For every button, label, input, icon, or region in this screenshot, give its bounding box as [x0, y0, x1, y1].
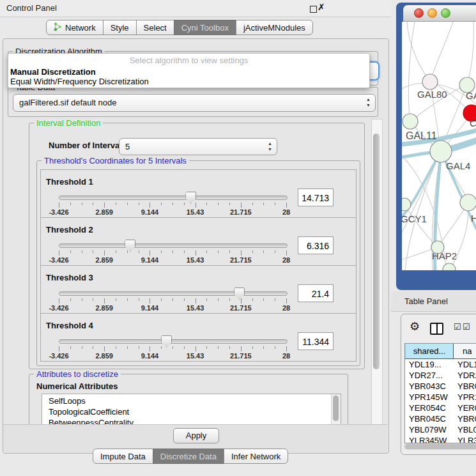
slider-scale-label: 9.144	[141, 256, 159, 264]
slider-scale-label: -3.426	[49, 208, 68, 216]
slider-scale: -3.4262.8599.14415.4321.71528	[59, 256, 286, 264]
threshold-value-field[interactable]: 11.344	[298, 332, 334, 350]
cell-shared-name: YER054C	[405, 403, 454, 413]
network-canvas[interactable]: GAL80 GA C GAL11 GAL4 GCY1 H HAP2	[402, 22, 476, 270]
bottom-tab-infer-network[interactable]: Infer Network	[224, 449, 288, 464]
checkbox-icon[interactable]: ☑	[454, 322, 461, 332]
slider-scale-label: 21.715	[230, 256, 252, 264]
bottom-tab-discretize-data[interactable]: Discretize Data	[153, 449, 224, 464]
minimize-traffic-light[interactable]	[427, 8, 437, 18]
slider-scale-label: 2.859	[95, 208, 113, 216]
top-tab-cyni-toolbox[interactable]: Cyni Toolbox	[174, 20, 236, 35]
cell-name: YBL0	[454, 424, 476, 435]
node-partial-h[interactable]	[460, 194, 476, 211]
slider-scale: -3.4262.8599.14415.4321.71528	[59, 304, 286, 312]
slider-scale: -3.4262.8599.14415.4321.71528	[59, 352, 286, 360]
table-horizontal-scrollbar[interactable]	[404, 443, 476, 450]
tab-label: Select	[144, 23, 167, 33]
tab-label: Network	[65, 23, 96, 33]
slider-track[interactable]	[59, 291, 288, 296]
table-row[interactable]: YBL079WYBL0	[405, 424, 476, 435]
apply-button[interactable]: Apply	[173, 428, 219, 443]
settings-vertical-scrollbar[interactable]	[371, 119, 383, 426]
number-of-intervals-spinner[interactable]: 5 ▲▼	[119, 138, 277, 155]
attributes-to-discretize-group: Attributes to discretize Numerical Attri…	[29, 374, 348, 424]
node-gcy1[interactable]	[402, 198, 411, 211]
node-partial-bottom[interactable]	[443, 263, 456, 270]
table-row[interactable]: YDR27...YDR2	[405, 370, 476, 381]
threshold-value-field[interactable]: 21.4	[298, 284, 334, 302]
column-header-name[interactable]: na	[454, 344, 476, 358]
table-row[interactable]: YBR043CYBR0	[405, 381, 476, 392]
table-row[interactable]: YLR345WYLR3	[405, 435, 476, 443]
dropdown-option-equal-width-frequency[interactable]: Equal Width/Frequency Discretization	[10, 77, 364, 86]
gear-icon[interactable]: ⚙	[410, 319, 420, 334]
float-window-icon[interactable]	[310, 6, 317, 13]
cell-name: YDL1	[454, 359, 476, 370]
cell-shared-name: YDL19...	[405, 359, 454, 370]
cell-shared-name: YDR27...	[405, 370, 454, 381]
spinner-arrows-icon: ▲▼	[268, 141, 272, 152]
cell-shared-name: YBR043C	[405, 381, 454, 392]
control-panel-titlebar: Control Panel ✗	[0, 0, 391, 17]
slider-track[interactable]	[59, 339, 288, 344]
cell-shared-name: YBL079W	[405, 424, 454, 435]
threshold-value-field[interactable]: 14.713	[298, 188, 334, 206]
node-gal11[interactable]	[403, 114, 418, 129]
slider-scale-label: 2.859	[95, 352, 113, 360]
top-tab-jactivemnodules[interactable]: jActiveMNodules	[236, 20, 313, 35]
threshold-panel: Threshold 2-3.4262.8599.14415.4321.71528…	[40, 217, 357, 266]
table-row[interactable]: YBR045CYBR0	[405, 413, 476, 424]
slider-ticks	[59, 250, 286, 256]
checkbox-icon[interactable]: ☑	[463, 322, 470, 332]
table-panel-titlebar: Table Panel	[391, 291, 476, 312]
top-tab-style[interactable]: Style	[103, 20, 137, 35]
group-title: Attributes to discretize	[34, 369, 121, 379]
slider-scale-label: 21.715	[230, 208, 252, 216]
slider-scale: -3.4262.8599.14415.4321.71528	[59, 208, 286, 216]
zoom-traffic-light[interactable]	[441, 8, 450, 18]
close-traffic-light[interactable]	[414, 8, 424, 18]
column-header-shared-name[interactable]: shared...	[405, 344, 454, 358]
slider-ticks	[59, 203, 286, 208]
dropdown-hint: Select algorithm to view settings	[8, 56, 369, 65]
cell-shared-name: YBR045C	[405, 413, 454, 424]
table-row[interactable]: YPR145WYPR1	[405, 392, 476, 403]
network-window-titlebar[interactable]	[403, 5, 476, 22]
slider-scale-label: 2.859	[95, 256, 113, 264]
node-gal80[interactable]	[422, 74, 438, 89]
attributes-list-scrollbar[interactable]	[331, 394, 341, 424]
top-tab-select[interactable]: Select	[136, 20, 174, 35]
slider-scale-label: 9.144	[141, 304, 159, 312]
table-row[interactable]: YDL19...YDL1	[405, 359, 476, 370]
table-row[interactable]: YER054CYER0	[405, 403, 476, 413]
node-attribute-table: shared... na YDL19...YDL1YDR27...YDR2YBR…	[404, 343, 476, 443]
cell-name: YPR1	[454, 392, 476, 403]
bottom-tab-impute-data[interactable]: Impute Data	[93, 449, 153, 464]
dropdown-option-manual-discretization[interactable]: Manual Discretization	[10, 67, 364, 76]
node-label: GCY1	[402, 213, 427, 224]
number-of-intervals-label: Number of Intervals	[49, 141, 127, 150]
attribute-list-item[interactable]: SelfLoops	[42, 395, 331, 406]
slider-ticks	[59, 298, 286, 304]
spinner-value: 5	[125, 142, 130, 151]
slider-scale-label: 28	[282, 208, 290, 216]
slider-track[interactable]	[59, 243, 288, 248]
node-gal4[interactable]	[430, 141, 452, 162]
threshold-label: Threshold 4	[46, 321, 93, 330]
network-graph: GAL80 GA C GAL11 GAL4 GCY1 H HAP2	[402, 22, 476, 270]
attribute-list-item[interactable]: BetweennessCentrality	[42, 417, 331, 424]
slider-track[interactable]	[59, 196, 288, 200]
tab-label: Cyni Toolbox	[181, 23, 229, 33]
attribute-list-item[interactable]: TopologicalCoefficient	[42, 406, 331, 417]
close-icon[interactable]: ✗	[318, 2, 325, 12]
group-title: Interval Definition	[34, 119, 103, 128]
columns-icon[interactable]	[430, 323, 443, 335]
slider-scale-label: 28	[282, 352, 290, 360]
table-data-combobox[interactable]: galFiltered.sif default node ▲▼	[13, 94, 376, 112]
threshold-value-field[interactable]: 6.316	[298, 236, 334, 254]
top-tab-network[interactable]: Network	[46, 20, 104, 35]
combobox-value: galFiltered.sif default node	[19, 98, 116, 107]
threshold-panel: Threshold 4-3.4262.8599.14415.4321.71528…	[40, 313, 357, 362]
group-title: Threshold's Coordinates for 5 Intervals	[42, 156, 189, 165]
